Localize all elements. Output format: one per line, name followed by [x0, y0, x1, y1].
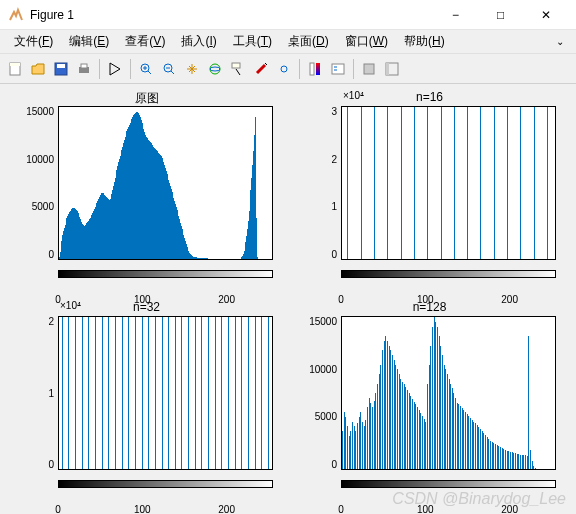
zoom-out-button[interactable] [158, 58, 180, 80]
menu-f[interactable]: 文件(F) [6, 31, 61, 52]
svg-rect-1 [10, 63, 20, 66]
plot-box[interactable] [58, 316, 273, 470]
subplot-1[interactable]: n=16×10⁴32100100200 [291, 92, 568, 296]
dock-menu-button[interactable]: ⌄ [556, 36, 570, 47]
subplot-3[interactable]: n=1281500010000500000100200 [291, 302, 568, 506]
zoom-in-button[interactable] [135, 58, 157, 80]
grayscale-colorbar [58, 270, 273, 278]
menu-h[interactable]: 帮助(H) [396, 31, 453, 52]
subplot-0[interactable]: 原图1500010000500000100200 [8, 92, 285, 296]
y-axis-ticks: 150001000050000 [291, 316, 337, 470]
subplot-title: 原图 [8, 90, 285, 107]
show-plot-tools-button[interactable] [381, 58, 403, 80]
insert-colorbar-button[interactable] [304, 58, 326, 80]
svg-rect-11 [310, 63, 314, 75]
y-axis-exponent: ×10⁴ [60, 300, 81, 311]
close-button[interactable]: ✕ [523, 0, 568, 30]
toolbar-separator [99, 59, 100, 79]
y-axis-ticks: 210 [8, 316, 54, 470]
menu-w[interactable]: 窗口(W) [337, 31, 396, 52]
edit-plot-button[interactable] [104, 58, 126, 80]
svg-point-9 [210, 67, 220, 71]
figure-canvas: 原图1500010000500000100200n=16×10⁴32100100… [0, 84, 576, 514]
link-button[interactable] [273, 58, 295, 80]
grayscale-colorbar [58, 480, 273, 488]
print-button[interactable] [73, 58, 95, 80]
hide-plot-tools-button[interactable] [358, 58, 380, 80]
menubar: 文件(F)编辑(E)查看(V)插入(I)工具(T)桌面(D)窗口(W)帮助(H)… [0, 30, 576, 54]
svg-rect-16 [386, 63, 389, 75]
plot-box[interactable] [58, 106, 273, 260]
open-button[interactable] [27, 58, 49, 80]
menu-i[interactable]: 插入(I) [173, 31, 224, 52]
maximize-button[interactable]: □ [478, 0, 523, 30]
svg-rect-5 [81, 64, 87, 68]
y-axis-exponent: ×10⁴ [343, 90, 364, 101]
rotate-3d-button[interactable] [204, 58, 226, 80]
svg-rect-13 [332, 64, 344, 74]
menu-e[interactable]: 编辑(E) [61, 31, 117, 52]
plot-box[interactable] [341, 106, 556, 260]
matlab-icon [8, 7, 24, 23]
window-title: Figure 1 [30, 8, 433, 22]
pan-button[interactable] [181, 58, 203, 80]
minimize-button[interactable]: − [433, 0, 478, 30]
window-titlebar: Figure 1 − □ ✕ [0, 0, 576, 30]
save-button[interactable] [50, 58, 72, 80]
toolbar-separator [299, 59, 300, 79]
brush-button[interactable] [250, 58, 272, 80]
svg-rect-14 [364, 64, 374, 74]
svg-point-8 [210, 64, 220, 74]
data-cursor-button[interactable] [227, 58, 249, 80]
y-axis-ticks: 3210 [291, 106, 337, 260]
subplot-title: n=16 [291, 90, 568, 104]
toolbar-separator [130, 59, 131, 79]
toolbar-separator [353, 59, 354, 79]
svg-rect-3 [57, 64, 65, 68]
menu-v[interactable]: 查看(V) [117, 31, 173, 52]
insert-legend-button[interactable] [327, 58, 349, 80]
svg-rect-12 [316, 63, 320, 75]
grayscale-colorbar [341, 480, 556, 488]
menu-t[interactable]: 工具(T) [225, 31, 280, 52]
grayscale-colorbar [341, 270, 556, 278]
plot-box[interactable] [341, 316, 556, 470]
window-controls: − □ ✕ [433, 0, 568, 30]
menu-d[interactable]: 桌面(D) [280, 31, 337, 52]
toolbar [0, 54, 576, 84]
subplot-grid: 原图1500010000500000100200n=16×10⁴32100100… [8, 92, 568, 506]
subplot-2[interactable]: n=32×10⁴2100100200 [8, 302, 285, 506]
y-axis-ticks: 150001000050000 [8, 106, 54, 260]
subplot-title: n=32 [8, 300, 285, 314]
subplot-title: n=128 [291, 300, 568, 314]
svg-rect-10 [232, 63, 240, 68]
new-figure-button[interactable] [4, 58, 26, 80]
